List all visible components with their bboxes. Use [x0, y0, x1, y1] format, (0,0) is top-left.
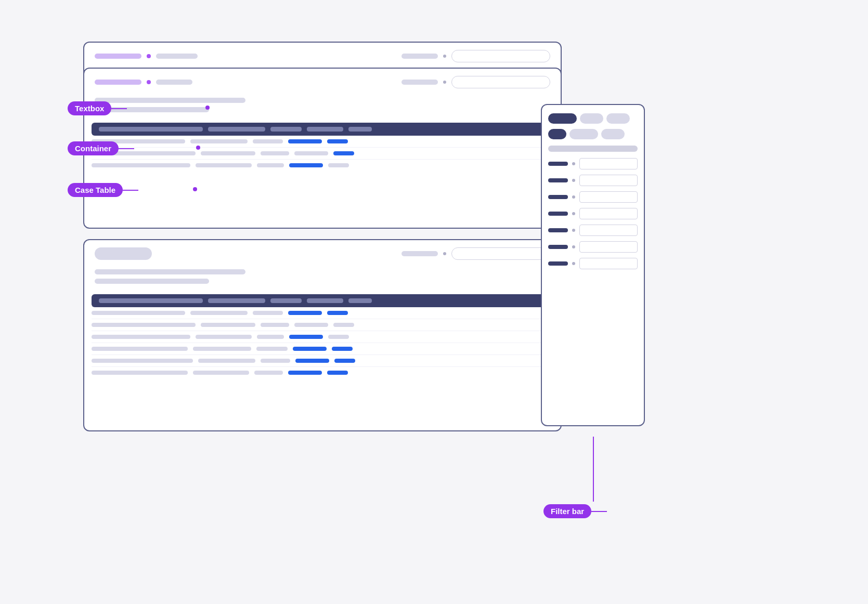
bar-front-1	[156, 80, 192, 85]
filter-tag-6[interactable]	[601, 129, 625, 139]
search-bottom-bar	[95, 247, 152, 260]
table-row	[92, 160, 553, 171]
th-4	[307, 127, 343, 132]
table-body-bottom	[84, 307, 561, 378]
filter-tag-3[interactable]	[606, 113, 630, 124]
annotation-filter-bar: Filter bar	[543, 504, 591, 518]
dot-front-2	[443, 81, 446, 84]
th-1	[99, 127, 203, 132]
card-bottom	[83, 239, 562, 431]
dot-back	[147, 54, 151, 58]
th-2	[208, 127, 265, 132]
bar-back-1	[156, 54, 198, 59]
annotation-textbox: Textbox	[68, 101, 111, 115]
bar-bottom-mid	[401, 251, 438, 256]
table-row	[92, 148, 553, 160]
search-bottom[interactable]	[451, 247, 550, 260]
table-row	[92, 343, 553, 355]
filter-item	[548, 191, 638, 203]
filter-tag-2[interactable]	[580, 113, 603, 124]
table-row	[92, 307, 553, 319]
table-row	[92, 136, 553, 148]
sub-front-1	[95, 98, 245, 103]
annotation-dot-container	[196, 146, 200, 150]
annotation-dot-case-table	[193, 187, 197, 191]
th-b2	[208, 298, 265, 303]
dot-bottom-2	[443, 252, 446, 255]
textbox-bar-back	[95, 54, 141, 59]
annotation-dot-textbox	[205, 106, 210, 110]
filter-input[interactable]	[579, 258, 638, 269]
th-3	[270, 127, 302, 132]
filter-tag-4[interactable]	[548, 129, 566, 139]
filter-input[interactable]	[579, 208, 638, 219]
dot-back-2	[443, 55, 446, 58]
filter-bar-connector	[593, 437, 594, 502]
annotation-case-table: Case Table	[68, 183, 123, 197]
sub-bottom-1	[95, 269, 245, 274]
filter-input[interactable]	[579, 175, 638, 186]
filter-item	[548, 208, 638, 219]
th-b4	[307, 298, 343, 303]
table-row	[92, 367, 553, 378]
filter-input[interactable]	[579, 191, 638, 203]
filter-bar-card	[541, 104, 645, 426]
dot-front	[147, 80, 151, 84]
filter-divider	[548, 146, 638, 152]
filter-row-1	[548, 113, 638, 124]
filter-item	[548, 175, 638, 186]
bar-front-mid	[401, 80, 438, 85]
filter-item	[548, 225, 638, 236]
filter-input[interactable]	[579, 225, 638, 236]
filter-tag-1[interactable]	[548, 113, 577, 124]
search-back[interactable]	[451, 50, 550, 62]
table-row	[92, 331, 553, 343]
bar-back-mid	[401, 54, 438, 59]
sub-bottom-2	[95, 279, 209, 284]
filter-row-2	[548, 129, 638, 139]
table-row	[92, 319, 553, 331]
filter-item	[548, 258, 638, 269]
filter-item	[548, 158, 638, 169]
textbox-bar-front	[95, 80, 141, 85]
th-b1	[99, 298, 203, 303]
filter-input[interactable]	[579, 241, 638, 253]
th-b5	[348, 298, 372, 303]
th-b3	[270, 298, 302, 303]
filter-item	[548, 241, 638, 253]
table-body-front	[84, 136, 561, 171]
annotation-container: Container	[68, 141, 119, 155]
card-front	[83, 68, 562, 229]
th-5	[348, 127, 372, 132]
filter-tag-5[interactable]	[569, 129, 598, 139]
filter-input[interactable]	[579, 158, 638, 169]
table-header-front	[92, 123, 553, 136]
diagram-area	[52, 42, 624, 431]
search-front[interactable]	[451, 76, 550, 88]
table-row	[92, 355, 553, 367]
table-header-bottom	[92, 294, 553, 307]
